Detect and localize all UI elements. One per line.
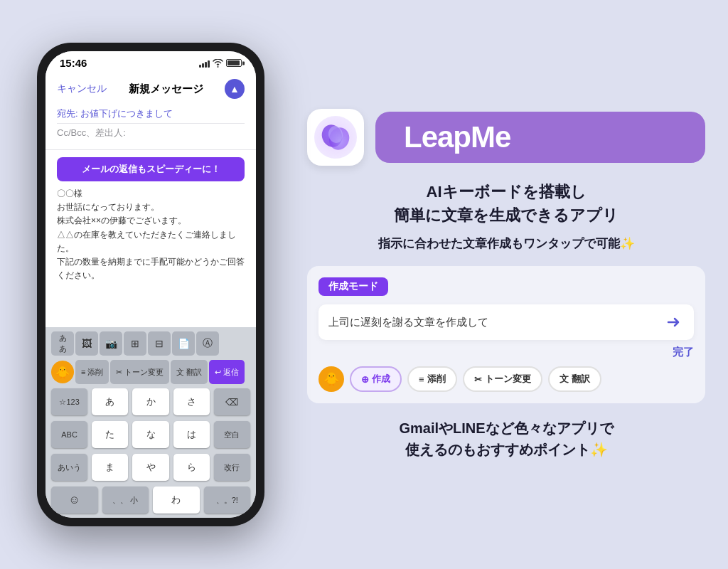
key-ha[interactable]: は (173, 421, 210, 448)
status-time: 15:46 (60, 57, 87, 69)
kb-grid-btn[interactable]: ⊟ (148, 331, 171, 356)
ai-action-toolbar: 🐥 ≡添削 ✂トーン変更 文翻訳 ↩返信 (51, 360, 250, 384)
key-a[interactable]: あ (92, 388, 128, 415)
mode-input-text[interactable]: 上司に遅刻を謝る文章を作成して (328, 316, 663, 329)
mode-toolbar: 🐥 ⊕ 作成 ≡ 添削 ✂ トーン変更 文 翻訳 (318, 366, 694, 392)
kb-scan-btn[interactable]: ⊞ (124, 331, 146, 356)
mode-avatar: 🐥 (318, 366, 344, 392)
done-button[interactable]: 完了 (673, 346, 694, 359)
phone-mockup: 15:46 (37, 43, 264, 526)
key-delete[interactable]: ⌫ (214, 388, 250, 415)
key-ta[interactable]: た (92, 421, 128, 448)
mode-add-btn[interactable]: ≡ 添削 (407, 366, 457, 392)
footer-text: GmailやLINEなど色々なアプリで 使えるのもおすすめポイント✨ (307, 418, 705, 460)
key-dot[interactable]: 、、 小 (102, 486, 149, 514)
kb-photo-btn[interactable]: 🖼 (75, 331, 98, 356)
status-icons (199, 59, 242, 68)
app-icon (307, 109, 364, 166)
mail-body-text: 〇〇様 お世話になっております。 株式会社××の伊藤でございます。 △△の在庫を… (57, 187, 245, 282)
mail-nav: キャンセル 新規メッセージ ▲ (57, 79, 245, 99)
key-na[interactable]: な (132, 421, 168, 448)
signal-icon (199, 59, 210, 68)
key-punct[interactable]: 、。?! (204, 486, 251, 514)
send-button[interactable]: ▲ (225, 79, 245, 99)
key-ra[interactable]: ら (173, 454, 210, 481)
mail-header: キャンセル 新規メッセージ ▲ 宛先: お値下げにつきまして Cc/Bcc、差出… (46, 72, 256, 150)
key-emoji[interactable]: ☺ (51, 486, 98, 514)
mail-compose-title: 新規メッセージ (129, 83, 203, 96)
app-name-banner: LeapMe (375, 112, 705, 163)
mail-cc-field[interactable]: Cc/Bcc、差出人: (57, 124, 245, 142)
keyboard-row-3: あいう ま や ら 改行 (51, 454, 250, 481)
wifi-icon (213, 59, 223, 68)
add-btn[interactable]: ≡添削 (75, 360, 109, 384)
key-return[interactable]: 改行 (214, 454, 250, 481)
app-header: LeapMe (307, 109, 705, 166)
app-logo-svg (314, 116, 357, 159)
phone-screen: 15:46 (46, 51, 256, 518)
sub-description: 指示に合わせた文章作成もワンタップで可能✨ (307, 235, 705, 252)
keyboard-row-2: ABC た な は 空白 (51, 421, 250, 448)
main-container: 15:46 (23, 21, 705, 548)
battery-icon (226, 59, 242, 67)
keyboard-row-4: ☺ 、、 小 わ 、。?! (51, 486, 250, 514)
key-space[interactable]: 空白 (214, 421, 250, 448)
description: AIキーボードを搭載し 簡単に文章を生成できるアプリ 指示に合わせた文章作成もワ… (307, 180, 705, 252)
kb-file-btn[interactable]: 📄 (172, 331, 195, 356)
kb-aa-btn[interactable]: ああ (51, 331, 74, 356)
keyboard-area: ああ 🖼 📷 ⊞ ⊟ 📄 Ⓐ 🐥 ≡添削 (46, 327, 256, 518)
keyboard-row-1: ☆123 あ か さ ⌫ (51, 388, 250, 415)
app-name: LeapMe (404, 120, 677, 154)
keyboard-toolbar: ああ 🖼 📷 ⊞ ⊟ 📄 Ⓐ (51, 331, 250, 356)
ai-suggest-bar: メールの返信もスピーディーに！ (57, 157, 245, 181)
key-kana[interactable]: あいう (51, 454, 87, 481)
main-description: AIキーボードを搭載し 簡単に文章を生成できるアプリ (307, 180, 705, 227)
ai-avatar: 🐥 (51, 361, 74, 383)
mode-translate-btn[interactable]: 文 翻訳 (548, 366, 601, 392)
key-num[interactable]: ☆123 (51, 388, 87, 415)
mode-tone-btn[interactable]: ✂ トーン変更 (463, 366, 542, 392)
phone-wrapper: 15:46 (23, 43, 279, 526)
info-panel: LeapMe AIキーボードを搭載し 簡単に文章を生成できるアプリ 指示に合わせ… (307, 109, 705, 460)
kb-format-btn[interactable]: Ⓐ (196, 331, 219, 356)
cancel-button[interactable]: キャンセル (57, 83, 107, 95)
translate-icon: 文 (560, 373, 569, 385)
key-ka[interactable]: か (132, 388, 168, 415)
status-bar: 15:46 (46, 51, 256, 72)
key-abc[interactable]: ABC (51, 421, 87, 448)
mode-send-button[interactable] (663, 312, 684, 333)
key-wa[interactable]: わ (153, 486, 200, 514)
scissors-icon: ✂ (474, 374, 482, 385)
mail-to-field[interactable]: 宛先: お値下げにつきまして (57, 105, 245, 124)
key-ya[interactable]: や (132, 454, 168, 481)
edit-icon: ≡ (419, 374, 424, 385)
mode-input-row: 上司に遅刻を謝る文章を作成して (318, 304, 694, 340)
svg-point-0 (218, 66, 219, 68)
tone-btn[interactable]: ✂トーン変更 (110, 360, 169, 384)
translate-btn[interactable]: 文翻訳 (171, 360, 208, 384)
keyboard-rows: ☆123 あ か さ ⌫ ABC た な は 空白 (51, 388, 250, 514)
mail-body: メールの返信もスピーディーに！ 〇〇様 お世話になっております。 株式会社××の… (46, 150, 256, 327)
plus-icon: ⊕ (361, 374, 369, 385)
reply-btn[interactable]: ↩返信 (209, 360, 245, 384)
mode-label: 作成モード (318, 277, 388, 296)
key-sa[interactable]: さ (173, 388, 210, 415)
mode-section: 作成モード 上司に遅刻を謝る文章を作成して 完了 🐥 ⊕ 作成 (307, 266, 705, 403)
key-ma[interactable]: ま (92, 454, 128, 481)
kb-camera-btn[interactable]: 📷 (100, 331, 122, 356)
mode-create-btn[interactable]: ⊕ 作成 (350, 366, 402, 392)
mode-done-row: 完了 (318, 346, 694, 359)
